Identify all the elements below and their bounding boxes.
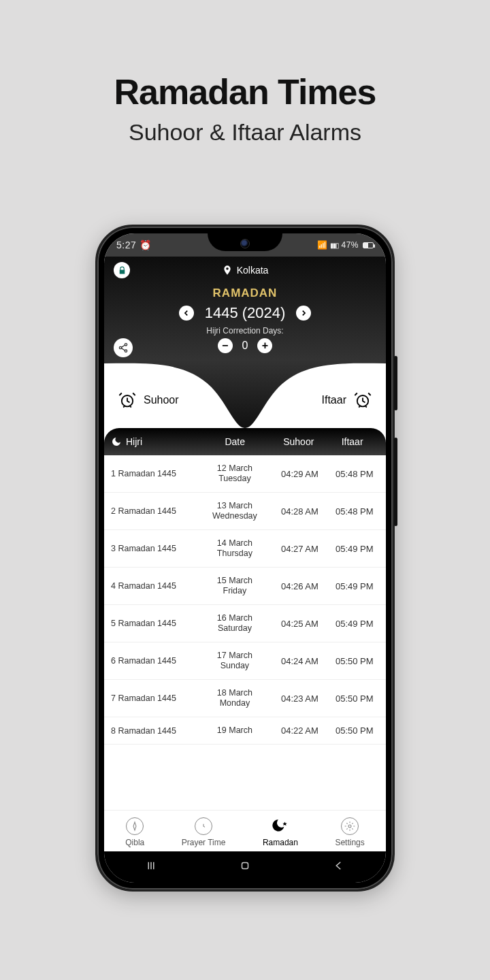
table-body[interactable]: 1 Ramadan 144512 MarchTuesday04:29 AM05:… [104, 455, 386, 810]
cell-iftaar: 05:50 PM [327, 656, 382, 666]
col-suhoor: Suhoor [272, 436, 325, 447]
table-row[interactable]: 4 Ramadan 144515 MarchFriday04:26 AM05:4… [104, 568, 386, 605]
table-row[interactable]: 3 Ramadan 144514 MarchThursday04:27 AM05… [104, 530, 386, 568]
table-row[interactable]: 7 Ramadan 144518 MarchMonday04:23 AM05:5… [104, 680, 386, 717]
table-row[interactable]: 8 Ramadan 144519 March04:22 AM05:50 PM [104, 717, 386, 745]
svg-rect-6 [242, 863, 248, 869]
cell-date: 18 MarchMonday [197, 688, 273, 708]
alarm-clock-icon [118, 391, 137, 410]
promo-subtitle: Suhoor & Iftaar Alarms [0, 119, 490, 146]
recent-apps-button[interactable] [145, 860, 157, 875]
back-button[interactable] [333, 860, 345, 875]
notch [208, 233, 282, 251]
suhoor-alarm-button[interactable]: Suhoor [118, 391, 179, 410]
cell-date: 19 March [197, 725, 273, 736]
cell-hijri: 3 Ramadan 1445 [108, 544, 197, 553]
android-softkeys [104, 851, 386, 883]
table-row[interactable]: 1 Ramadan 144512 MarchTuesday04:29 AM05:… [104, 455, 386, 493]
col-iftaar: Iftaar [325, 436, 379, 447]
phone-frame: 5:27 ⏰ 📶 ▮▮▯ 47% Kolkata [95, 225, 395, 892]
iftaar-alarm-button[interactable]: Iftaar [322, 391, 372, 410]
cell-date: 17 MarchSunday [197, 651, 273, 671]
nav-ramadan[interactable]: Ramadan [263, 817, 298, 847]
nav-settings[interactable]: Settings [335, 817, 364, 847]
correction-value: 0 [242, 340, 248, 352]
cell-suhoor: 04:23 AM [272, 693, 327, 704]
suhoor-label: Suhoor [144, 394, 179, 406]
nav-ramadan-label: Ramadan [263, 838, 298, 847]
table-header: Hijri Date Suhoor Iftaar [104, 428, 386, 455]
lock-icon [118, 266, 127, 275]
cell-date: 14 MarchThursday [197, 538, 273, 559]
location-name: Kolkata [237, 265, 269, 276]
table-row[interactable]: 6 Ramadan 144517 MarchSunday04:24 AM05:5… [104, 642, 386, 680]
header-panel: Kolkata RAMADAN 1445 (2024) Hijri Correc… [104, 257, 386, 360]
nav-settings-label: Settings [335, 838, 364, 847]
alarm-clock-icon [353, 391, 372, 410]
battery-icon [363, 242, 374, 248]
clock-icon [195, 817, 212, 835]
nav-prayer-label: Prayer Time [182, 838, 226, 847]
nav-prayer-time[interactable]: Prayer Time [182, 817, 226, 847]
correction-plus-button[interactable]: + [257, 338, 272, 353]
cell-suhoor: 04:27 AM [272, 544, 327, 554]
home-button[interactable] [239, 860, 251, 875]
cell-suhoor: 04:22 AM [272, 725, 327, 736]
cell-hijri: 2 Ramadan 1445 [108, 506, 197, 516]
moon-star-icon [272, 817, 289, 835]
cell-suhoor: 04:29 AM [272, 469, 327, 479]
year-prev-button[interactable] [179, 306, 194, 321]
moon-icon [111, 436, 122, 447]
correction-minus-button[interactable]: − [218, 338, 233, 353]
chevron-left-icon [183, 310, 190, 316]
iftaar-label: Iftaar [322, 394, 346, 406]
gear-icon [341, 817, 359, 835]
signal-icon: ▮▮▯ [330, 242, 338, 249]
share-button[interactable] [114, 338, 133, 357]
status-right: 📶 ▮▮▯ 47% [317, 240, 374, 250]
table-row[interactable]: 5 Ramadan 144516 MarchSaturday04:25 AM05… [104, 605, 386, 642]
bottom-nav: Qibla Prayer Time Ramadan Settings [104, 810, 386, 851]
location-row[interactable]: Kolkata [114, 265, 376, 276]
col-hijri: Hijri [126, 436, 142, 447]
phone-screen: 5:27 ⏰ 📶 ▮▮▯ 47% Kolkata [104, 233, 386, 883]
year-next-button[interactable] [296, 306, 311, 321]
hijri-correction-label: Hijri Correction Days: [114, 326, 376, 336]
cell-hijri: 7 Ramadan 1445 [108, 693, 197, 703]
promo-title: Ramadan Times [0, 0, 490, 112]
wifi-icon: 📶 [317, 240, 328, 250]
lock-button[interactable] [114, 262, 130, 278]
location-pin-icon [222, 265, 233, 276]
cell-iftaar: 05:49 PM [327, 581, 382, 591]
cell-iftaar: 05:49 PM [327, 619, 382, 629]
share-icon [118, 342, 129, 353]
table-row[interactable]: 2 Ramadan 144513 MarchWednesday04:28 AM0… [104, 493, 386, 530]
cell-iftaar: 05:50 PM [327, 725, 382, 736]
cell-iftaar: 05:50 PM [327, 693, 382, 704]
cell-hijri: 8 Ramadan 1445 [108, 726, 197, 736]
cell-date: 12 MarchTuesday [197, 463, 273, 484]
nav-qibla-label: Qibla [125, 838, 144, 847]
battery-pct: 47% [341, 240, 359, 250]
status-time: 5:27 ⏰ [116, 240, 151, 250]
ramadan-label: RAMADAN [114, 287, 376, 300]
cell-hijri: 6 Ramadan 1445 [108, 656, 197, 666]
cell-date: 13 MarchWednesday [197, 501, 273, 521]
hijri-year: 1445 (2024) [205, 304, 286, 322]
svg-point-5 [348, 825, 351, 828]
cell-suhoor: 04:26 AM [272, 581, 327, 591]
cell-iftaar: 05:49 PM [327, 544, 382, 554]
alarm-section: Suhoor Iftaar [104, 360, 386, 428]
cell-date: 15 MarchFriday [197, 576, 273, 596]
cell-suhoor: 04:25 AM [272, 619, 327, 629]
cell-iftaar: 05:48 PM [327, 469, 382, 479]
cell-suhoor: 04:28 AM [272, 506, 327, 517]
compass-icon [126, 817, 144, 835]
cell-date: 16 MarchSaturday [197, 613, 273, 634]
chevron-right-icon [300, 310, 307, 316]
cell-suhoor: 04:24 AM [272, 656, 327, 666]
cell-hijri: 4 Ramadan 1445 [108, 581, 197, 591]
col-date: Date [198, 436, 272, 447]
nav-qibla[interactable]: Qibla [125, 817, 144, 847]
cell-hijri: 5 Ramadan 1445 [108, 619, 197, 628]
